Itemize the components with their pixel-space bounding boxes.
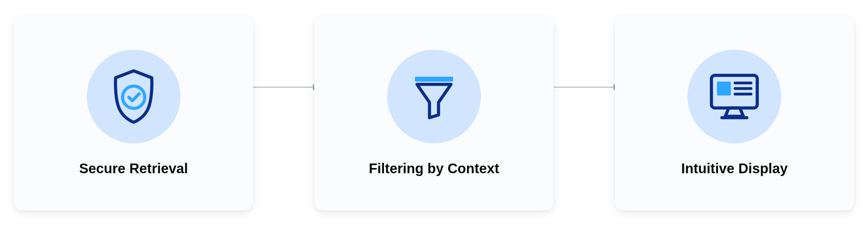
arrow-connector bbox=[249, 85, 318, 89]
icon-circle bbox=[87, 50, 181, 143]
icon-circle bbox=[687, 50, 781, 143]
step-label: Filtering by Context bbox=[369, 161, 499, 176]
step-card-display: Intuitive Display bbox=[615, 16, 854, 210]
funnel-icon bbox=[408, 70, 460, 123]
arrow-line bbox=[550, 87, 614, 87]
icon-circle bbox=[387, 50, 481, 143]
step-card-filtering: Filtering by Context bbox=[314, 16, 553, 210]
step-card-secure-retrieval: Secure Retrieval bbox=[14, 16, 253, 210]
step-label: Secure Retrieval bbox=[79, 161, 188, 176]
shield-check-icon bbox=[109, 69, 158, 124]
process-flow: Secure Retrieval Filtering by Context bbox=[0, 0, 868, 226]
step-label: Intuitive Display bbox=[681, 161, 788, 176]
monitor-icon bbox=[707, 70, 762, 123]
arrow-connector bbox=[550, 85, 619, 89]
svg-rect-3 bbox=[717, 82, 731, 95]
svg-rect-1 bbox=[415, 77, 453, 82]
arrow-line bbox=[249, 87, 314, 87]
